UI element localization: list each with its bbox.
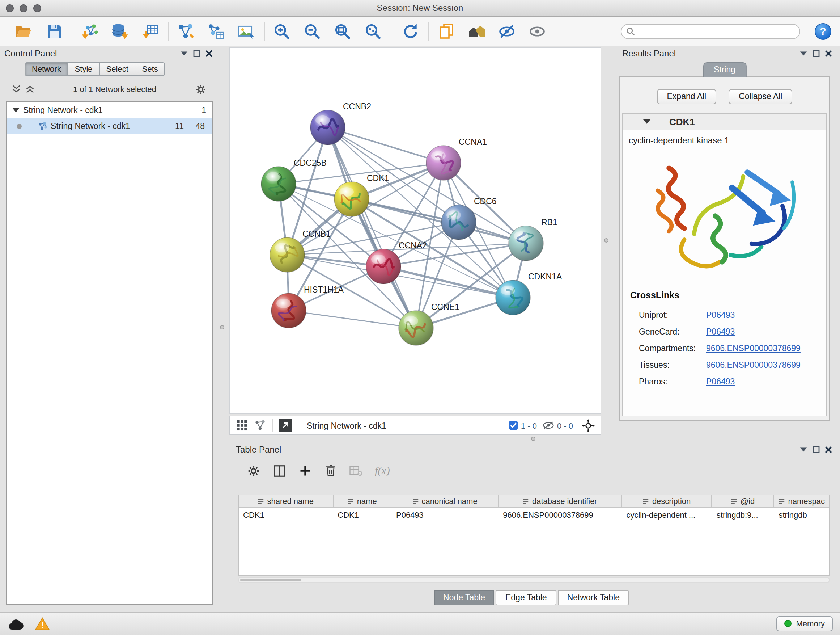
node-CCNA1[interactable]: CCNA1 <box>426 137 487 180</box>
edge-CCNB2-CCNA1[interactable] <box>328 127 444 163</box>
scrollbar-thumb[interactable] <box>240 578 301 581</box>
search-input[interactable] <box>621 24 800 39</box>
column-header[interactable]: namespac <box>774 495 829 507</box>
delete-table-icon[interactable] <box>349 465 363 476</box>
float-panel-icon[interactable] <box>180 50 188 57</box>
node-RB1[interactable]: RB1 <box>508 218 557 261</box>
open-in-browser-button[interactable] <box>279 418 292 432</box>
maximize-panel-icon[interactable] <box>193 50 201 57</box>
column-header[interactable]: name <box>333 495 392 507</box>
zoom-out-icon[interactable] <box>302 21 323 42</box>
column-header[interactable]: description <box>622 495 712 507</box>
network-share-icon[interactable] <box>254 419 266 432</box>
network-view-title: String Network - cdk1 <box>307 421 503 430</box>
column-header[interactable]: database identifier <box>499 495 622 507</box>
table-panel: Table Panel f(x) <box>229 442 834 606</box>
collection-disclosure-icon[interactable] <box>12 108 19 112</box>
tab-node-table[interactable]: Node Table <box>434 590 494 605</box>
close-panel-icon[interactable] <box>825 50 832 57</box>
network-view-canvas[interactable]: CCNB2CCNA1CDC25BCDK1CDC6RB1CCNB1CCNA2CDK… <box>229 47 601 414</box>
edge-CDK1-RB1[interactable] <box>352 199 526 243</box>
collapse-all-button[interactable]: Collapse All <box>729 89 792 104</box>
expand-all-button[interactable]: Expand All <box>657 89 717 104</box>
open-session-icon[interactable] <box>13 21 34 42</box>
crosslink-genecard-link[interactable]: P06493 <box>706 327 735 336</box>
tab-select[interactable]: Select <box>100 62 136 76</box>
node-HIST1H1A[interactable]: HIST1H1A <box>271 285 344 328</box>
protein-detail-card: CDK1 cyclin-dependent kinase 1 <box>622 113 827 416</box>
import-network-from-database-icon[interactable] <box>109 21 130 42</box>
bottom-splitter-handle[interactable] <box>531 437 535 441</box>
zoom-fit-content-icon[interactable] <box>332 21 353 42</box>
hide-selection-icon[interactable] <box>496 21 517 42</box>
warning-icon[interactable] <box>35 617 50 631</box>
table-row[interactable]: CDK1 CDK1 P06493 9606.ENSP00000378699 cy… <box>239 508 829 522</box>
function-builder-button[interactable]: f(x) <box>375 464 390 477</box>
left-splitter-handle[interactable] <box>220 325 224 329</box>
node-label-CDC25B: CDC25B <box>294 158 327 168</box>
memory-button[interactable]: Memory <box>777 616 833 631</box>
edge-HIST1H1A-CCNE1[interactable] <box>289 310 416 328</box>
show-all-icon[interactable] <box>527 21 548 42</box>
zoom-in-icon[interactable] <box>271 21 292 42</box>
right-splitter-handle[interactable] <box>604 238 608 242</box>
hidden-elements-eye-icon[interactable] <box>543 421 554 430</box>
edge-CDC6-CCNB1[interactable] <box>287 222 459 255</box>
home-icon[interactable] <box>466 21 487 42</box>
selected-nodes-checkbox-icon[interactable] <box>508 421 518 430</box>
maximize-panel-icon[interactable] <box>813 50 820 57</box>
clone-network-icon[interactable] <box>205 21 226 42</box>
crosslink-pharos-link[interactable]: P06493 <box>706 377 735 386</box>
expand-all-networks-icon[interactable] <box>11 85 21 93</box>
node-CDK1[interactable]: CDK1 <box>334 173 389 217</box>
network-options-gear-icon[interactable] <box>195 83 207 95</box>
crosslink-uniprot-link[interactable]: P06493 <box>706 310 735 319</box>
network-graph[interactable]: CCNB2CCNA1CDC25BCDK1CDC6RB1CCNB1CCNA2CDK… <box>230 48 600 413</box>
column-header[interactable]: shared name <box>239 495 333 507</box>
tab-string[interactable]: String <box>703 62 746 77</box>
import-network-from-file-icon[interactable] <box>79 21 100 42</box>
float-panel-icon[interactable] <box>799 50 807 57</box>
control-panel-tabs: Network Style Select Sets <box>25 62 214 76</box>
copy-document-icon[interactable] <box>436 21 456 42</box>
table-horizontal-scrollbar[interactable] <box>238 577 830 583</box>
close-panel-icon[interactable] <box>825 446 832 453</box>
tab-sets[interactable]: Sets <box>136 62 165 76</box>
import-table-from-file-icon[interactable] <box>140 21 161 42</box>
network-row[interactable]: String Network - cdk1 11 48 <box>6 118 212 134</box>
close-panel-icon[interactable] <box>205 50 213 57</box>
navigate-crosshair-icon[interactable] <box>582 419 595 432</box>
tab-network[interactable]: Network <box>25 62 68 76</box>
maximize-panel-icon[interactable] <box>813 446 820 453</box>
protein-disclosure-icon[interactable] <box>643 119 651 124</box>
export-image-icon[interactable] <box>236 21 257 42</box>
crosslink-compartments-link[interactable]: 9606.ENSP00000378699 <box>706 344 801 352</box>
node-CDC25B[interactable]: CDC25B <box>261 158 327 201</box>
network-collection-row[interactable]: String Network - cdk1 1 <box>6 102 212 118</box>
delete-column-trash-icon[interactable] <box>324 464 337 477</box>
birds-eye-view-grid-icon[interactable] <box>236 419 248 432</box>
tab-style[interactable]: Style <box>68 62 100 76</box>
cloud-status-icon[interactable] <box>7 617 25 630</box>
column-header[interactable]: @id <box>712 495 775 507</box>
refresh-view-icon[interactable] <box>400 21 421 42</box>
column-header[interactable]: canonical name <box>392 495 499 507</box>
node-label-HIST1H1A: HIST1H1A <box>304 285 344 295</box>
tab-edge-table[interactable]: Edge Table <box>496 590 556 605</box>
node-CDKN1A[interactable]: CDKN1A <box>496 272 562 315</box>
node-label-CDK1: CDK1 <box>367 173 389 183</box>
protein-card-header[interactable]: CDK1 <box>623 114 826 130</box>
tab-network-table[interactable]: Network Table <box>558 590 629 605</box>
add-column-icon[interactable] <box>299 464 312 477</box>
select-columns-icon[interactable] <box>273 464 286 478</box>
node-label-CCNE1: CCNE1 <box>431 302 459 312</box>
float-panel-icon[interactable] <box>799 446 807 453</box>
new-network-from-selection-icon[interactable] <box>175 21 196 42</box>
save-session-icon[interactable] <box>43 21 65 42</box>
table-options-gear-icon[interactable] <box>247 464 261 478</box>
help-button[interactable]: ? <box>815 23 831 40</box>
crosslink-tissues-link[interactable]: 9606.ENSP00000378699 <box>706 360 801 369</box>
edge-CCNB2-CCNE1[interactable] <box>328 127 416 328</box>
zoom-selected-icon[interactable] <box>363 21 384 42</box>
collapse-all-networks-icon[interactable] <box>25 85 35 93</box>
